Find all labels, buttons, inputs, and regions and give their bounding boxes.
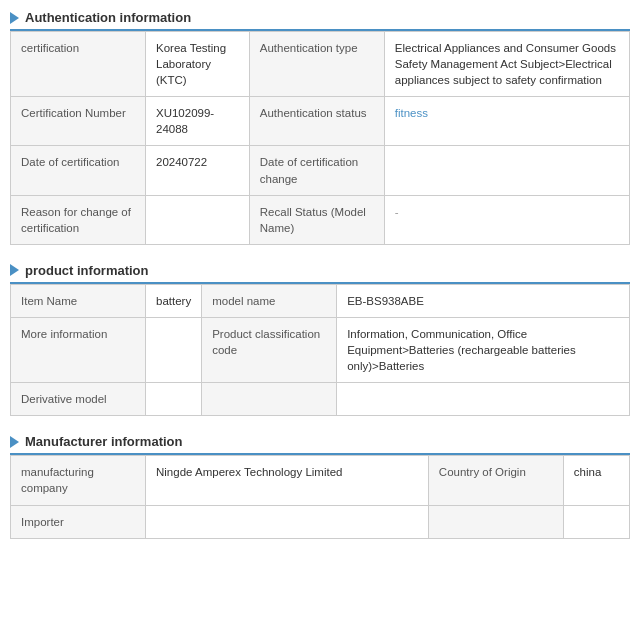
table-row: More information Product classification … <box>11 317 630 382</box>
label-empty-mfg <box>428 505 563 538</box>
label-importer: Importer <box>11 505 146 538</box>
label-recall-status: Recall Status (Model Name) <box>249 195 384 244</box>
value-importer <box>146 505 429 538</box>
manufacturer-title: Manufacturer information <box>25 434 182 449</box>
label-country-origin: Country of Origin <box>428 456 563 505</box>
authentication-title: Authentication information <box>25 10 191 25</box>
manufacturer-section: Manufacturer information manufacturing c… <box>10 434 630 538</box>
product-title: product information <box>25 263 149 278</box>
table-row: manufacturing company Ningde Amperex Tec… <box>11 456 630 505</box>
label-empty-product <box>202 383 337 416</box>
label-more-info: More information <box>11 317 146 382</box>
authentication-header: Authentication information <box>10 10 630 25</box>
label-date-cert: Date of certification <box>11 146 146 195</box>
value-model-name: EB-BS938ABE <box>337 284 630 317</box>
value-more-info <box>146 317 202 382</box>
label-date-cert-change: Date of certification change <box>249 146 384 195</box>
value-auth-type: Electrical Appliances and Consumer Goods… <box>384 32 629 97</box>
table-row: Derivative model <box>11 383 630 416</box>
section-triangle-icon <box>10 264 19 276</box>
value-recall-status: - <box>384 195 629 244</box>
value-empty-product <box>337 383 630 416</box>
section-triangle-icon <box>10 436 19 448</box>
label-auth-type: Authentication type <box>249 32 384 97</box>
value-country-origin: china <box>563 456 629 505</box>
label-auth-status: Authentication status <box>249 97 384 146</box>
table-row: Certification Number XU102099-24088 Auth… <box>11 97 630 146</box>
value-auth-status: fitness <box>384 97 629 146</box>
label-model-name: model name <box>202 284 337 317</box>
table-row: Date of certification 20240722 Date of c… <box>11 146 630 195</box>
value-certification: Korea Testing Laboratory (KTC) <box>146 32 250 97</box>
value-date-cert-change <box>384 146 629 195</box>
value-reason-change <box>146 195 250 244</box>
table-row: Importer <box>11 505 630 538</box>
manufacturer-header: Manufacturer information <box>10 434 630 449</box>
product-section: product information Item Name battery mo… <box>10 263 630 416</box>
section-triangle-icon <box>10 12 19 24</box>
label-cert-number: Certification Number <box>11 97 146 146</box>
value-date-cert: 20240722 <box>146 146 250 195</box>
value-empty-mfg <box>563 505 629 538</box>
table-row: certification Korea Testing Laboratory (… <box>11 32 630 97</box>
value-derivative-model <box>146 383 202 416</box>
value-mfg-company: Ningde Amperex Technology Limited <box>146 456 429 505</box>
product-table: Item Name battery model name EB-BS938ABE… <box>10 284 630 416</box>
label-reason-change: Reason for change of certification <box>11 195 146 244</box>
value-item-name: battery <box>146 284 202 317</box>
label-product-class: Product classification code <box>202 317 337 382</box>
table-row: Reason for change of certification Recal… <box>11 195 630 244</box>
authentication-table: certification Korea Testing Laboratory (… <box>10 31 630 245</box>
fitness-link[interactable]: fitness <box>395 107 428 119</box>
label-mfg-company: manufacturing company <box>11 456 146 505</box>
label-derivative-model: Derivative model <box>11 383 146 416</box>
label-certification: certification <box>11 32 146 97</box>
manufacturer-table: manufacturing company Ningde Amperex Tec… <box>10 455 630 538</box>
value-cert-number: XU102099-24088 <box>146 97 250 146</box>
product-header: product information <box>10 263 630 278</box>
label-item-name: Item Name <box>11 284 146 317</box>
value-product-class: Information, Communication, Office Equip… <box>337 317 630 382</box>
table-row: Item Name battery model name EB-BS938ABE <box>11 284 630 317</box>
authentication-section: Authentication information certification… <box>10 10 630 245</box>
